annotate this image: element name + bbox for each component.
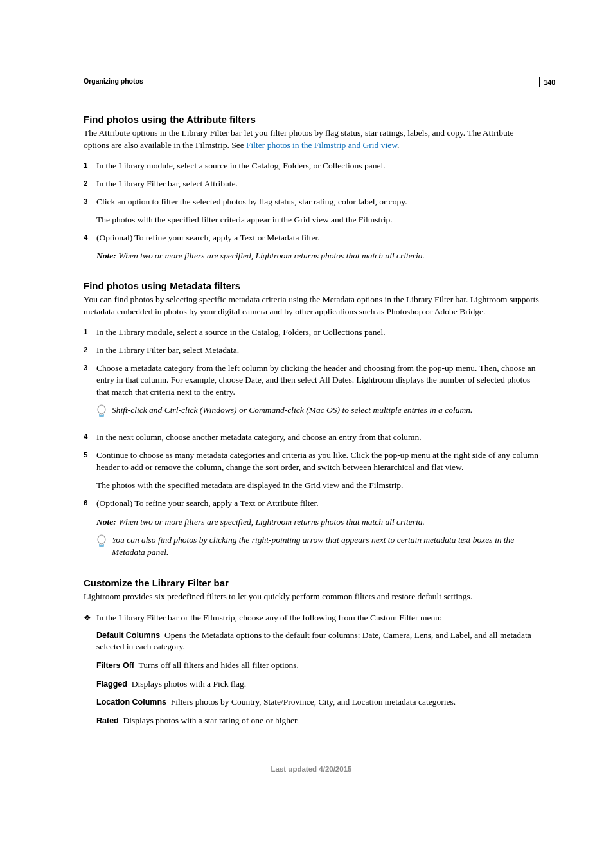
diamond-bullet-icon: ❖ (84, 612, 96, 624)
step-number: 4 (84, 232, 96, 262)
step-follow-text: The photos with the specified filter cri… (96, 214, 539, 226)
step-number: 6 (84, 498, 96, 560)
step-number: 3 (84, 363, 96, 423)
step-text: In the Library module, select a source i… (96, 327, 539, 339)
step-text: In the Library module, select a source i… (96, 160, 539, 172)
step-text: Choose a metadata category from the left… (96, 363, 539, 399)
note-text: When two or more filters are specified, … (118, 251, 425, 260)
note: Note: When two or more filters are speci… (96, 516, 539, 529)
def-desc: Turns off all filters and hides all filt… (139, 660, 299, 670)
def-term: Filters Off (96, 661, 134, 670)
svg-point-2 (98, 535, 105, 544)
note-label: Note: (96, 251, 118, 260)
step-number: 2 (84, 178, 96, 190)
heading-customize: Customize the Library Filter bar (84, 577, 539, 588)
instruction-bullet: ❖ In the Library Filter bar or the Films… (84, 612, 539, 624)
link-filter-photos[interactable]: Filter photos in the Filmstrip and Grid … (246, 140, 397, 150)
footer-last-updated: Last updated 4/20/2015 (84, 765, 539, 773)
lightbulb-icon (96, 404, 112, 421)
page-number: 140 (539, 77, 555, 87)
step-text: In the next column, choose another metad… (96, 431, 539, 444)
intro-text-post: . (397, 140, 399, 150)
section-metadata-filters: Find photos using Metadata filters You c… (84, 280, 539, 559)
def-term: Default Columns (96, 631, 160, 640)
tip: You can also find photos by clicking the… (96, 534, 539, 558)
def-term: Flagged (96, 680, 127, 689)
step-number: 1 (84, 327, 96, 339)
def-flagged: Flagged Displays photos with a Pick flag… (96, 678, 539, 691)
section-attribute-filters: Find photos using the Attribute filters … (84, 114, 539, 262)
step-number: 2 (84, 345, 96, 357)
intro-metadata: You can find photos by selecting specifi… (84, 294, 539, 318)
intro-customize: Lightroom provides six predefined filter… (84, 591, 539, 603)
step-number: 5 (84, 449, 96, 492)
step-follow-text: The photos with the specified metadata a… (96, 480, 539, 492)
step-text: In the Library Filter bar, select Attrib… (96, 178, 539, 190)
tip-text: Shift-click and Ctrl-click (Windows) or … (112, 404, 539, 417)
step-number: 4 (84, 431, 96, 444)
tip: Shift-click and Ctrl-click (Windows) or … (96, 404, 539, 421)
step-text: (Optional) To refine your search, apply … (96, 232, 539, 244)
step-text: Continue to choose as many metadata cate… (96, 449, 539, 473)
step-text: In the Library Filter bar, select Metada… (96, 345, 539, 357)
def-desc: Opens the Metadata options to the defaul… (96, 630, 531, 652)
svg-point-0 (98, 405, 105, 414)
def-term: Location Columns (96, 698, 166, 707)
note: Note: When two or more filters are speci… (96, 250, 539, 262)
def-rated: Rated Displays photos with a star rating… (96, 715, 539, 727)
def-filters-off: Filters Off Turns off all filters and hi… (96, 660, 539, 672)
def-location-columns: Location Columns Filters photos by Count… (96, 696, 539, 709)
heading-metadata: Find photos using Metadata filters (84, 280, 539, 291)
step-text: (Optional) To refine your search, apply … (96, 498, 539, 510)
note-label: Note: (96, 517, 118, 527)
def-desc: Displays photos with a star rating of on… (123, 716, 299, 725)
step-number: 3 (84, 196, 96, 226)
heading-attribute: Find photos using the Attribute filters (84, 114, 539, 125)
section-customize: Customize the Library Filter bar Lightro… (84, 577, 539, 727)
steps-attribute: 1 In the Library module, select a source… (84, 160, 539, 262)
note-text: When two or more filters are specified, … (118, 517, 425, 527)
def-term: Rated (96, 716, 119, 725)
bullet-text: In the Library Filter bar or the Filmstr… (96, 612, 539, 624)
step-text: Click an option to filter the selected p… (96, 196, 539, 208)
step-number: 1 (84, 160, 96, 172)
def-desc: Displays photos with a Pick flag. (132, 679, 247, 689)
intro-attribute: The Attribute options in the Library Fil… (84, 127, 539, 151)
running-header: Organizing photos (84, 77, 539, 85)
def-default-columns: Default Columns Opens the Metadata optio… (96, 629, 539, 653)
lightbulb-icon (96, 534, 112, 551)
tip-text: You can also find photos by clicking the… (112, 534, 539, 558)
steps-metadata: 1 In the Library module, select a source… (84, 327, 539, 559)
def-desc: Filters photos by Country, State/Provinc… (171, 697, 456, 707)
